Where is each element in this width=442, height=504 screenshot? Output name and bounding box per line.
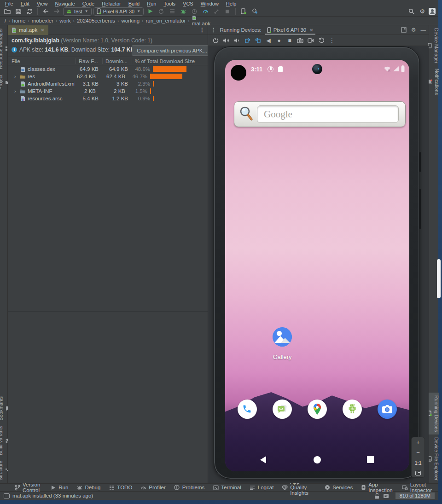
forward-arrow-icon[interactable]	[52, 7, 61, 16]
zoom-actual-size-button[interactable]: 1:1	[415, 460, 421, 466]
stripe-item-running-devices[interactable]: Running Devices	[427, 393, 439, 434]
nav-home-button[interactable]	[314, 456, 321, 463]
messages-app-icon[interactable]	[273, 400, 292, 419]
toolwindow-run[interactable]: Run	[47, 484, 72, 491]
menu-navigate[interactable]: Navigate	[52, 1, 78, 6]
screen-record-icon[interactable]	[307, 37, 314, 44]
column-download-size[interactable]: Downlo...	[102, 58, 132, 64]
menu-code[interactable]: Code	[79, 1, 98, 6]
menu-build[interactable]: Build	[125, 1, 143, 6]
toolwindow-services[interactable]: Services	[320, 484, 356, 491]
stripe-item-notifications[interactable]: Notifications	[427, 66, 440, 98]
more-options-kebab-icon[interactable]: ⋮	[328, 37, 336, 44]
device-select[interactable]: Pixel 6 API 30 ▼	[93, 7, 144, 16]
breadcrumb-working[interactable]: working	[121, 18, 140, 23]
android-home-screen[interactable]: 3:11	[225, 60, 409, 471]
rotate-right-icon[interactable]	[254, 37, 262, 44]
editor-split-divider[interactable]	[8, 311, 208, 312]
close-icon[interactable]: ✕	[309, 28, 313, 33]
android-app-icon[interactable]	[343, 400, 362, 419]
attach-debugger-icon[interactable]	[212, 7, 221, 16]
table-row[interactable]: ›META-INF2 KB2 KB1.5%	[8, 87, 208, 95]
device-overview-icon[interactable]: ■	[286, 37, 293, 44]
toolwindow-todo[interactable]: TODO	[105, 484, 136, 491]
volume-up-icon[interactable]	[222, 37, 230, 44]
panel-settings-icon[interactable]: ⚙	[411, 27, 416, 33]
power-button-icon[interactable]	[212, 37, 219, 44]
nav-recents-button[interactable]	[367, 456, 374, 463]
open-icon[interactable]	[3, 7, 12, 16]
stop-icon[interactable]	[223, 7, 232, 16]
sync-icon[interactable]	[25, 7, 34, 16]
toolwindow-logcat[interactable]: Logcat	[246, 484, 278, 491]
memory-indicator[interactable]: 810 of 1280M	[395, 492, 435, 499]
camera-app-icon[interactable]	[378, 400, 397, 419]
menu-refactor[interactable]: Refactor	[99, 1, 124, 6]
toolwindow-app-inspection[interactable]: App Inspection	[357, 484, 397, 491]
toolwindow-debug[interactable]: Debug	[73, 484, 104, 491]
sync-project-icon[interactable]	[250, 7, 259, 16]
menu-tools[interactable]: Tools	[160, 1, 179, 6]
menu-window[interactable]: Window	[198, 1, 222, 6]
menu-view[interactable]: View	[34, 1, 51, 6]
table-row[interactable]: resources.arsc5.4 KB1.2 KB0.9%	[8, 95, 208, 102]
run-configuration-select[interactable]: test ▼	[63, 7, 92, 16]
stripe-item-device-manager[interactable]: Device Manager	[428, 25, 439, 66]
toolwindow-version-control[interactable]: Version Control	[11, 484, 46, 491]
table-row[interactable]: ›res62.4 KB62.4 KB46.7%	[8, 73, 208, 80]
breadcrumb-202405cerberus[interactable]: 202405cerberus	[77, 18, 115, 23]
table-row[interactable]: classes.dex64.9 KB64.9 KB48.6%	[8, 65, 208, 73]
debug-button[interactable]	[179, 7, 188, 16]
nav-back-button[interactable]	[260, 456, 266, 463]
float-window-icon[interactable]	[401, 27, 407, 33]
maps-app-icon[interactable]	[308, 400, 327, 419]
tab-mal-apk[interactable]: mal.apk ✕	[8, 25, 48, 35]
column-percent[interactable]: % of Total Download Size	[132, 58, 208, 64]
zoom-out-button[interactable]: −	[416, 450, 420, 456]
rotate-left-icon[interactable]	[244, 37, 251, 44]
snapshot-reset-icon[interactable]	[318, 37, 325, 44]
profiler-icon[interactable]	[201, 7, 210, 16]
toolwindow-layout-inspector[interactable]: Layout Inspector	[398, 484, 436, 491]
column-file[interactable]: File	[8, 58, 76, 64]
profile-avatar[interactable]	[429, 8, 436, 15]
search-everywhere-icon[interactable]	[407, 7, 416, 16]
column-raw-size[interactable]: Raw F...	[76, 58, 102, 64]
run-with-coverage-icon[interactable]	[168, 7, 177, 16]
toolwindow-app-quality-insights[interactable]: App Quality Insights	[278, 484, 320, 491]
google-search-widget[interactable]: Google	[234, 101, 406, 127]
zoom-in-button[interactable]: +	[416, 439, 420, 445]
tool-window-switcher-icon[interactable]	[4, 493, 10, 498]
menu-help[interactable]: Help	[223, 1, 240, 6]
unlock-icon[interactable]	[374, 493, 379, 499]
breadcrumb-root[interactable]: /	[5, 18, 6, 23]
phone-app-icon[interactable]	[238, 400, 257, 419]
tab-pixel-6-api-30[interactable]: Pixel 6 API 30 ✕	[265, 25, 315, 35]
device-home-icon[interactable]: ●	[275, 37, 283, 44]
coverage-icon[interactable]	[190, 7, 199, 16]
run-button[interactable]	[145, 7, 155, 16]
stripe-item-device-file-explorer[interactable]: Device File Explorer	[428, 434, 439, 483]
device-back-icon[interactable]: ◀	[265, 37, 272, 44]
breadcrumb-work[interactable]: work	[59, 18, 70, 23]
editor-options-kebab-icon[interactable]: ⋮	[199, 27, 205, 33]
zoom-fit-button[interactable]	[415, 471, 421, 475]
breadcrumb-mobexler[interactable]: mobexler	[32, 18, 53, 23]
menu-file[interactable]: File	[2, 1, 17, 6]
close-icon[interactable]: ✕	[41, 28, 44, 33]
settings-icon[interactable]: ⚙	[418, 7, 427, 16]
breadcrumb-home[interactable]: home	[12, 18, 26, 23]
expand-chevron-icon[interactable]: ›	[14, 88, 18, 94]
volume-down-icon[interactable]	[233, 37, 240, 44]
breadcrumb-file[interactable]: mal.apk	[192, 15, 210, 26]
panel-kebab-icon[interactable]: ⋮	[211, 27, 216, 33]
gallery-app-icon[interactable]	[273, 327, 292, 347]
device-mirroring-icon[interactable]	[239, 7, 248, 16]
save-icon[interactable]	[14, 7, 23, 16]
menu-run[interactable]: Run	[144, 1, 159, 6]
menu-vcs[interactable]: VCS	[180, 1, 197, 6]
compare-with-previous-apk-button[interactable]: Compare with previous APK...	[132, 45, 208, 56]
table-row[interactable]: AndroidManifest.xml3.1 KB3 KB2.3%	[8, 80, 208, 87]
rerun-icon[interactable]	[157, 7, 166, 16]
back-arrow-icon[interactable]	[41, 7, 50, 16]
